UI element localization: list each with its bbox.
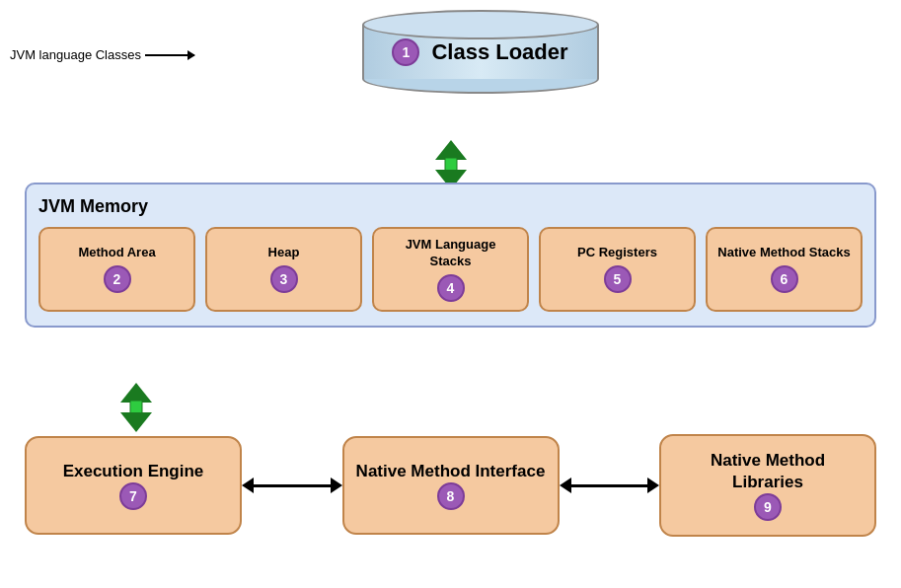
- memory-cards: Method Area 2 Heap 3 JVM Language Stacks…: [38, 227, 863, 312]
- class-loader-cylinder: 1 Class Loader: [362, 10, 599, 94]
- heap-label: Heap: [268, 245, 300, 261]
- svg-rect-4: [130, 401, 142, 414]
- jvm-memory-box: JVM Memory Method Area 2 Heap 3 JVM Lang…: [25, 183, 876, 328]
- jvm-lang-stacks-badge: 4: [437, 274, 465, 302]
- memory-card-native-stacks: Native Method Stacks 6: [706, 227, 863, 312]
- pc-registers-label: PC Registers: [577, 245, 657, 261]
- class-loader-badge: 1: [392, 38, 419, 66]
- native-method-libraries-badge: 9: [754, 493, 782, 521]
- memory-card-heap: Heap 3: [205, 227, 362, 312]
- method-area-label: Method Area: [78, 245, 155, 261]
- arrow-line-2: [571, 484, 648, 487]
- arrow-head-left-1: [242, 478, 254, 493]
- native-method-interface-badge: 8: [437, 482, 465, 510]
- diagram-container: JVM language Classes 1 Class Loader: [0, 0, 901, 588]
- native-method-interface-card: Native Method Interface 8: [342, 436, 560, 535]
- arrow-ee-to-nmi: [242, 478, 342, 493]
- svg-rect-1: [445, 158, 457, 172]
- jvm-lang-stacks-label: JVM Language Stacks: [384, 237, 517, 270]
- svg-marker-5: [120, 412, 152, 432]
- svg-marker-0: [435, 140, 467, 160]
- cylinder-top: [362, 10, 599, 39]
- svg-marker-3: [120, 383, 152, 403]
- arrow-memory-to-bottom: [118, 383, 154, 432]
- arrow-head-right-2: [647, 478, 659, 493]
- method-area-badge: 2: [104, 265, 131, 293]
- native-method-interface-label: Native Method Interface: [356, 461, 546, 482]
- memory-card-jvm-lang-stacks: JVM Language Stacks 4: [372, 227, 529, 312]
- jvm-memory-title: JVM Memory: [38, 196, 863, 217]
- pc-registers-badge: 5: [604, 265, 632, 293]
- memory-card-pc-registers: PC Registers 5: [539, 227, 696, 312]
- execution-engine-label: Execution Engine: [63, 461, 204, 482]
- execution-engine-badge: 7: [119, 482, 147, 510]
- execution-engine-card: Execution Engine 7: [25, 436, 242, 535]
- memory-card-method-area: Method Area 2: [38, 227, 195, 312]
- class-loader-content: 1 Class Loader: [392, 38, 567, 66]
- arrow-head-right-1: [331, 478, 342, 493]
- native-method-libraries-card: Native Method Libraries 9: [659, 434, 876, 537]
- arrow-head-left-2: [560, 478, 571, 493]
- heap-badge: 3: [270, 265, 298, 293]
- arrow-nmi-to-nml: [560, 478, 660, 493]
- double-arrow-svg-2: [118, 383, 154, 432]
- native-stacks-label: Native Method Stacks: [717, 245, 850, 261]
- arrow-line-1: [254, 484, 331, 487]
- native-stacks-badge: 6: [771, 265, 798, 293]
- bottom-section: Execution Engine 7 Native Method Interfa…: [25, 434, 876, 537]
- cylinder: 1 Class Loader: [362, 10, 599, 94]
- native-method-libraries-label: Native Method Libraries: [673, 450, 863, 493]
- class-loader-label: Class Loader: [431, 39, 567, 65]
- class-loader-section: 1 Class Loader: [0, 10, 901, 94]
